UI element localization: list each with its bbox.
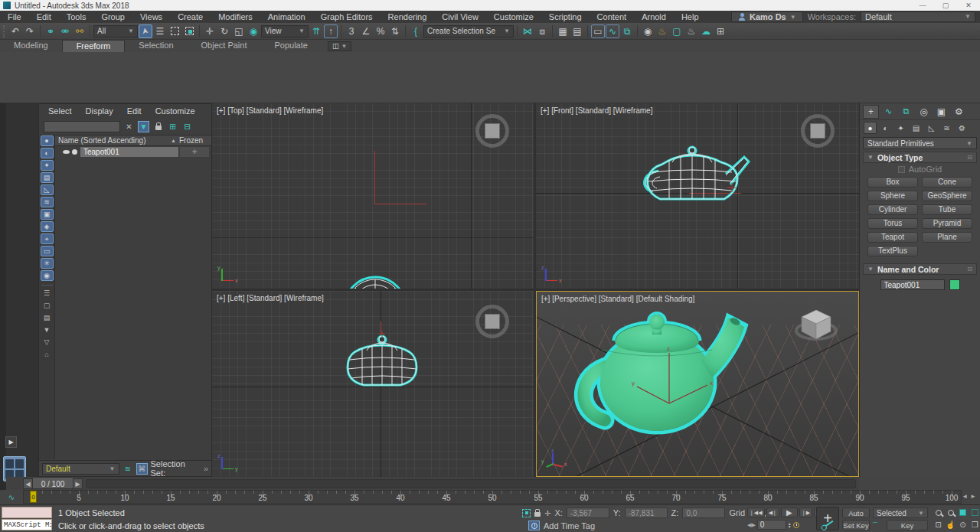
explorer-display-toggle-icon[interactable]: ▭ xyxy=(41,246,54,256)
ribbon-overflow-button[interactable]: ◫▼ xyxy=(328,41,351,51)
helpers-category-icon[interactable]: ◺ xyxy=(925,122,938,134)
primitive-button[interactable]: Sphere xyxy=(867,191,918,201)
unlink-selection-icon[interactable]: ⚮ xyxy=(58,24,72,38)
redo-button[interactable]: ↷ xyxy=(23,24,37,38)
pan-hand-icon[interactable]: ☝ xyxy=(945,519,956,530)
utilities-tab[interactable]: ⚙ xyxy=(951,105,967,119)
primitive-button[interactable]: Pyramid xyxy=(922,218,972,229)
spinner-snap-toggle-button[interactable]: ⇅ xyxy=(388,24,402,38)
zoom-extents-all-icon[interactable] xyxy=(969,507,980,518)
orbit-icon[interactable]: ⊙ xyxy=(957,519,969,530)
explorer-tool-icon[interactable]: ▽ xyxy=(41,337,54,348)
explorer-display-toggle-icon[interactable]: ⌖ xyxy=(41,233,54,244)
explorer-display-toggle-icon[interactable]: ◈ xyxy=(41,221,54,232)
ribbon-tab[interactable]: Object Paint xyxy=(188,40,261,52)
play-button[interactable]: ▶ xyxy=(781,508,798,517)
menu-item[interactable]: Tools xyxy=(59,12,94,21)
maxscript-mini-listener-pink[interactable] xyxy=(2,507,52,518)
close-button[interactable]: ✕ xyxy=(957,0,980,11)
object-name-field[interactable] xyxy=(880,279,945,290)
teapot-left-wireframe[interactable] xyxy=(344,331,420,392)
selection-lock-icon[interactable] xyxy=(534,512,541,517)
viewcube[interactable] xyxy=(475,114,509,148)
spacewarps-category-icon[interactable]: ≋ xyxy=(940,122,953,134)
viewcube-3d[interactable] xyxy=(794,305,838,345)
align-button[interactable]: ⧈ xyxy=(535,24,549,38)
primitive-button[interactable]: Cone xyxy=(922,177,972,188)
absolute-mode-icon[interactable]: ✛ xyxy=(544,509,550,517)
curve-editor-button[interactable]: ∿ xyxy=(606,24,619,38)
zoom-icon[interactable] xyxy=(933,507,944,518)
frozen-column-header[interactable]: Frozen xyxy=(179,136,203,145)
explorer-preset-dropdown[interactable]: Default▼ xyxy=(42,463,119,475)
toggle-layer-explorer-button[interactable]: ▤ xyxy=(570,24,584,38)
table-row[interactable]: Teapot001 ✛ xyxy=(55,146,211,157)
previous-frame-button[interactable]: ◀❘ xyxy=(766,508,779,517)
visibility-eye-icon[interactable] xyxy=(63,150,70,154)
trackbar-scroll-arrows[interactable]: ◄► xyxy=(962,493,978,500)
hierarchy-tab[interactable]: ⧉ xyxy=(898,105,914,119)
set-keys-button[interactable]: + xyxy=(816,507,839,530)
lock-explorer-icon[interactable] xyxy=(152,121,164,132)
ribbon-tab[interactable]: Freeform xyxy=(62,40,126,52)
explorer-display-toggle-icon[interactable]: ✦ xyxy=(41,160,54,171)
workspace-dropdown[interactable]: Default ▼ xyxy=(861,11,975,22)
menu-item[interactable]: Create xyxy=(170,12,211,21)
select-object-button[interactable]: ➤ xyxy=(139,24,152,38)
render-production-button[interactable]: ♨ xyxy=(684,24,698,38)
filter-funnel-icon[interactable]: ▼ xyxy=(138,121,149,132)
menu-item[interactable]: Edit xyxy=(29,12,59,21)
track-bar-ruler[interactable]: 5101520253035404550556065707580859095100… xyxy=(23,490,962,504)
snaps-toggle-button[interactable]: 3 xyxy=(345,24,358,38)
primitive-category-dropdown[interactable]: Standard Primitives▼ xyxy=(863,137,977,149)
lights-category-icon[interactable]: ✦ xyxy=(894,122,907,134)
current-frame-field[interactable]: 0 xyxy=(757,520,786,530)
select-by-name-button[interactable]: ☰ xyxy=(153,24,167,38)
viewport-top[interactable]: [+] [Top] [Standard] [Wireframe] xyxy=(212,103,534,289)
selection-filter-dropdown[interactable]: All▼ xyxy=(93,25,138,38)
menu-item[interactable]: Animation xyxy=(260,12,313,21)
explorer-expand-button[interactable]: ▶ xyxy=(5,436,17,448)
explorer-display-toggle-icon[interactable]: ▤ xyxy=(41,172,54,183)
material-editor-button[interactable]: ◉ xyxy=(641,24,655,38)
explorer-display-toggle-icon[interactable]: ◐ xyxy=(41,148,54,158)
render-in-cloud-button[interactable]: ☁ xyxy=(699,24,713,38)
explorer-column-headers[interactable]: Name (Sorted Ascending) ▲ Frozen xyxy=(39,135,211,146)
maximize-button[interactable]: ▢ xyxy=(934,0,957,11)
current-frame-marker[interactable]: 0 xyxy=(30,491,37,503)
key-filter-icon[interactable]: ⌒ xyxy=(871,521,879,531)
time-configuration-button[interactable] xyxy=(793,522,799,528)
reference-coordinate-system-dropdown[interactable]: View▼ xyxy=(261,25,309,38)
viewport-label[interactable]: [+] [Perspective] [Standard] [Default Sh… xyxy=(541,295,694,303)
schematic-view-button[interactable]: ⧉ xyxy=(620,24,634,38)
y-coordinate-field[interactable]: -87,831 xyxy=(625,508,668,518)
explorer-menu-item[interactable]: Select xyxy=(48,106,72,116)
prev-frame-arrow[interactable]: ◀ xyxy=(23,478,33,489)
select-and-rotate-button[interactable]: ↻ xyxy=(217,24,231,38)
select-and-place-button[interactable]: ◉ xyxy=(247,24,260,38)
explorer-display-toggle-icon[interactable]: ≋ xyxy=(41,197,54,207)
viewport-left[interactable]: [+] [Left] [Standard] [Wireframe] xyxy=(212,291,534,477)
explorer-tool-icon[interactable]: ▼ xyxy=(41,325,54,335)
rectangular-selection-region-button[interactable] xyxy=(168,24,181,38)
key-mode-toggle[interactable]: ◀▶ xyxy=(747,522,756,528)
set-key-button[interactable]: Set Key xyxy=(842,520,870,530)
ribbon-tab[interactable]: Populate xyxy=(260,40,321,52)
primitive-button[interactable]: Plane xyxy=(922,232,972,243)
toolbar-grip[interactable] xyxy=(3,25,6,38)
explorer-menu-item[interactable]: Display xyxy=(86,106,113,116)
select-and-link-icon[interactable]: ⚭ xyxy=(44,24,57,38)
maximize-vi ewport-toggle[interactable]: ❒ xyxy=(969,519,980,530)
menu-item[interactable]: Civil View xyxy=(434,12,485,21)
render-setup-button[interactable]: ♨ xyxy=(655,24,669,38)
menu-item[interactable]: Scripting xyxy=(541,12,590,21)
name-column-header[interactable]: Name (Sorted Ascending) xyxy=(58,136,146,145)
explorer-tool-icon[interactable]: ▤ xyxy=(41,312,54,323)
primitive-button[interactable]: Torus xyxy=(867,218,918,229)
scene-object-name[interactable]: Teapot001 xyxy=(80,147,178,157)
time-slider-track[interactable] xyxy=(86,479,856,488)
menu-item[interactable]: Content xyxy=(590,12,635,21)
menu-item[interactable]: Modifiers xyxy=(211,12,260,21)
primitive-button[interactable]: Box xyxy=(867,177,918,188)
ribbon-tab[interactable]: Selection xyxy=(125,40,187,52)
